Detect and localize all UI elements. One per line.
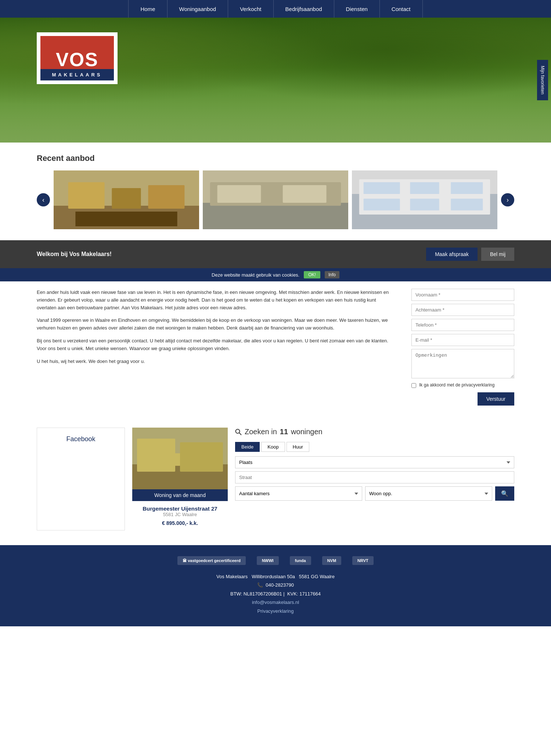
svg-rect-28 [166, 453, 180, 466]
search-filters-row: Aantal kamers Woon opp. 🔍 [235, 486, 514, 501]
tab-huur[interactable]: Huur [287, 442, 309, 452]
footer-company: Vos Makelaars [216, 574, 248, 579]
footer-logo-funda: funda [290, 556, 311, 565]
privacy-row: Ik ga akkoord met de privacyverklaring [411, 382, 514, 388]
footer-phone: 040-2823790 [266, 582, 294, 588]
carousel-next-button[interactable]: › [501, 193, 514, 206]
footer-logo-nrvt: NRVT [352, 556, 374, 565]
straat-input[interactable] [235, 471, 514, 483]
svg-rect-17 [364, 182, 400, 194]
footer: 🏛 vastgoedcert gecertificeerd NWWI funda… [0, 545, 551, 626]
search-section: Zoeken in 11 woningen Beide Koop Huur Pl… [235, 428, 514, 530]
privacy-checkbox[interactable] [411, 383, 416, 388]
search-title: Zoeken in 11 woningen [235, 428, 514, 436]
footer-logos: 🏛 vastgoedcert gecertificeerd NWWI funda… [37, 556, 514, 565]
appointment-button[interactable]: Maak afspraak [426, 248, 478, 261]
search-title-suffix: woningen [291, 428, 323, 436]
recent-section: Recent aanbod ‹ [0, 143, 551, 240]
property-address: Burgemeester Uijenstraat 27 [137, 505, 223, 512]
footer-btw: BTW: NL817067206B01 [230, 591, 282, 597]
content-text: Een ander huis luidt vaak een nieuwe fas… [37, 289, 397, 406]
footer-postcode-city: 5581 GG Waalre [299, 574, 335, 579]
footer-address: Willibrorduslaan 50a [252, 574, 295, 579]
carousel-item-1[interactable] [54, 170, 199, 229]
nav-woningaanbod[interactable]: Woningaanbod [168, 0, 228, 18]
plaats-select[interactable]: Plaats [235, 456, 514, 468]
privacy-label: Ik ga akkoord met de privacyverklaring [419, 382, 494, 388]
email-group [411, 334, 514, 346]
svg-rect-7 [75, 212, 177, 226]
footer-kvk: KVK: 17117664 [287, 591, 321, 597]
svg-line-30 [239, 433, 241, 435]
contact-form: Ik ga akkoord met de privacyverklaring V… [411, 289, 514, 406]
logo-vos-text: VOS [56, 50, 98, 69]
tab-koop[interactable]: Koop [261, 442, 285, 452]
opp-select[interactable]: Woon opp. [365, 486, 492, 501]
search-plaats-row: Plaats [235, 456, 514, 468]
carousel-item-2[interactable] [203, 170, 348, 229]
property-city: 5581 JC Waalre [137, 512, 223, 517]
property-price: € 895.000,- k.k. [137, 520, 223, 526]
recent-title: Recent aanbod [37, 154, 514, 163]
nav-verkocht[interactable]: Verkocht [228, 0, 273, 18]
call-button[interactable]: Bel mij [481, 248, 514, 261]
search-count: 11 [280, 428, 288, 436]
carousel-prev-button[interactable]: ‹ [37, 193, 50, 206]
cookie-ok-button[interactable]: OK! [304, 271, 320, 278]
voornaam-input[interactable] [411, 289, 514, 301]
verstuur-button[interactable]: Verstuur [478, 392, 514, 406]
featured-property[interactable]: Woning van de maand Burgemeester Uijenst… [132, 428, 228, 530]
svg-rect-4 [148, 185, 184, 209]
kamers-select[interactable]: Aantal kamers [235, 486, 362, 501]
svg-rect-3 [112, 188, 141, 209]
footer-email[interactable]: info@vosmakelaars.nl [252, 600, 299, 605]
mijn-favorieten-tab[interactable]: Mijn favorieten [537, 60, 548, 100]
search-button[interactable]: 🔍 [495, 486, 514, 501]
footer-logo-nvm: NVM [322, 556, 341, 565]
logo-castle-bg: VOS [40, 36, 114, 69]
footer-info: Vos Makelaars Willibrorduslaan 50a 5581 … [37, 572, 514, 615]
svg-rect-26 [180, 442, 223, 472]
tab-beide[interactable]: Beide [235, 442, 260, 452]
telefoon-input[interactable] [411, 319, 514, 331]
phone-icon: 📞 [257, 582, 263, 588]
svg-rect-19 [451, 182, 483, 194]
svg-rect-22 [451, 199, 483, 210]
opmerkingen-textarea[interactable] [411, 349, 514, 378]
property-info: Burgemeester Uijenstraat 27 5581 JC Waal… [132, 501, 228, 530]
voornaam-group [411, 289, 514, 301]
svg-rect-21 [410, 199, 439, 210]
svg-rect-2 [68, 182, 105, 209]
opmerkingen-group [411, 349, 514, 379]
carousel-item-3[interactable] [352, 170, 497, 229]
nav-bedrijfsaanbod[interactable]: Bedrijfsaanbod [274, 0, 334, 18]
hero-section: VOS MAKELAARS Mijn favorieten [0, 18, 551, 143]
property-badge: Woning van de maand [132, 489, 228, 501]
facebook-title: Facebook [66, 435, 95, 443]
nav-diensten[interactable]: Diensten [334, 0, 380, 18]
svg-point-29 [236, 429, 240, 433]
svg-rect-9 [203, 203, 348, 229]
email-input[interactable] [411, 334, 514, 346]
search-tabs: Beide Koop Huur [235, 442, 514, 452]
footer-privacy-link[interactable]: Privacyverklaring [258, 608, 294, 614]
nav-contact[interactable]: Contact [380, 0, 423, 18]
carousel-items [54, 170, 497, 229]
search-title-prefix: Zoeken in [245, 428, 277, 436]
achternaam-input[interactable] [411, 304, 514, 316]
achternaam-group [411, 304, 514, 316]
facebook-box: Facebook [37, 428, 125, 530]
welcome-title: Welkom bij Vos Makelaars! [37, 251, 112, 258]
search-straat-row [235, 471, 514, 483]
svg-rect-12 [283, 185, 327, 203]
welcome-buttons: Maak afspraak Bel mij [426, 248, 514, 261]
nav-home[interactable]: Home [128, 0, 167, 18]
footer-logo-vastgoedcert: 🏛 vastgoedcert gecertificeerd [177, 556, 246, 565]
cookie-info-button[interactable]: Info [325, 271, 339, 278]
telefoon-group [411, 319, 514, 331]
cookie-text: Deze website maakt gebruik van cookies. [212, 272, 299, 278]
search-icon [235, 429, 242, 435]
logo-box: VOS MAKELAARS [37, 32, 118, 84]
svg-rect-20 [364, 199, 400, 210]
paragraph-2: Vanaf 1999 opereren we in Waalre en Eind… [37, 317, 397, 332]
